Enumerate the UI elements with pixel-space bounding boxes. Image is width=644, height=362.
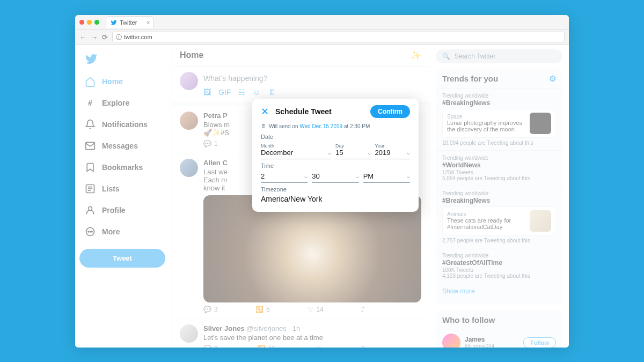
browser-window: Twitter × ← → ⟳ ⓘ twitter.com Home #Expl… (75, 15, 569, 348)
twitter-favicon-icon (111, 19, 117, 26)
tweet-text: Blows m (203, 121, 230, 129)
url-field[interactable]: ⓘ twitter.com (112, 32, 565, 42)
schedule-note: 🗓 Will send on Wed Dec 15 2019 at 2:30 P… (261, 123, 410, 129)
timezone-label: Timezone (261, 186, 410, 193)
confirm-button[interactable]: Confirm (370, 105, 410, 118)
date-section-label: Date (261, 134, 410, 140)
year-select[interactable]: Year2019⌵ (375, 142, 411, 159)
sidebar-item-messages[interactable]: Messages (79, 136, 167, 156)
window-controls (79, 20, 99, 25)
svg-point-8 (90, 231, 91, 232)
gif-icon[interactable]: GIF (218, 88, 231, 97)
trend-item[interactable]: Trending worldwide #BreakingNews Animals… (436, 186, 562, 248)
avatar[interactable] (180, 159, 198, 177)
reply-icon[interactable]: 💬 1 (203, 140, 218, 147)
sparkle-icon[interactable]: ✨ (411, 50, 421, 61)
maximize-window-icon[interactable] (94, 20, 99, 25)
sidebar-item-bookmarks[interactable]: Bookmarks (79, 158, 167, 177)
retweet-icon[interactable]: 🔁 15 (258, 345, 275, 348)
chevron-down-icon: ⌵ (407, 150, 410, 156)
like-icon[interactable]: ♡ (316, 345, 321, 348)
sidebar-item-profile[interactable]: Profile (79, 201, 167, 220)
bookmark-icon (85, 162, 96, 173)
follow-panel: Who to follow James@jimmyj024 Follow and… (436, 310, 562, 348)
poll-icon[interactable]: ☷ (238, 88, 245, 97)
follow-item[interactable]: James@jimmyj024 Follow (436, 329, 562, 348)
sidebar-label: Home (102, 77, 123, 86)
tweet-text: Let's save the planet one bee at a time (203, 334, 421, 342)
tweet-time: 1h (292, 324, 300, 333)
twitter-app: Home #Explore Notifications Messages Boo… (75, 45, 569, 348)
timezone-value: America/New York (261, 195, 410, 203)
more-icon (85, 226, 96, 237)
tweet-author: Allen C (203, 159, 228, 167)
reload-icon[interactable]: ⟳ (102, 33, 108, 41)
sidebar-label: More (102, 227, 120, 236)
right-column: 🔍 Search Twitter Trends for you⚙ Trendin… (429, 45, 569, 348)
sidebar-label: Messages (102, 142, 138, 150)
minute-select[interactable]: 30⌵ (312, 171, 358, 183)
like-icon[interactable]: ♡ 14 (308, 306, 323, 313)
compose-input[interactable]: What's happening? (203, 72, 421, 88)
avatar[interactable] (180, 112, 198, 130)
browser-tab[interactable]: Twitter × (106, 16, 153, 28)
tweet-author: Silver Jones (203, 324, 245, 333)
envelope-icon (85, 141, 96, 151)
sidebar-label: Explore (102, 99, 129, 107)
minimize-window-icon[interactable] (87, 20, 92, 25)
sidebar-label: Notifications (102, 120, 148, 129)
hour-select[interactable]: 2⌵ (261, 171, 308, 183)
avatar[interactable] (180, 324, 198, 343)
share-icon[interactable]: ⤴ (361, 345, 364, 348)
show-more-link[interactable]: Show more (436, 283, 562, 299)
gear-icon[interactable]: ⚙ (549, 74, 556, 84)
twitter-logo-icon[interactable] (85, 53, 162, 65)
day-select[interactable]: Day15⌵ (335, 142, 371, 159)
forward-icon[interactable]: → (91, 33, 98, 41)
search-icon: 🔍 (442, 53, 450, 60)
sidebar-label: Profile (102, 206, 126, 215)
svg-point-9 (92, 231, 93, 232)
trends-panel: Trends for you⚙ Trending worldwide #Brea… (436, 69, 562, 305)
trend-card[interactable]: AnimalsThese cats are ready for #Interna… (442, 206, 556, 235)
share-icon[interactable]: ⤴ (361, 306, 364, 313)
sidebar-item-explore[interactable]: #Explore (79, 93, 167, 113)
tweet-button[interactable]: Tweet (79, 249, 165, 268)
chevron-down-icon: ⌵ (368, 150, 371, 156)
trend-card-image (530, 113, 551, 134)
trend-card[interactable]: SpaceLunar photography improves the disc… (442, 109, 556, 138)
close-icon[interactable]: ✕ (261, 106, 269, 117)
reply-icon[interactable]: 💬 3 (203, 306, 218, 313)
trend-item[interactable]: Trending worldwide #BreakingNews SpaceLu… (436, 88, 562, 150)
schedule-tweet-modal: ✕ Schedule Tweet Confirm 🗓 Will send on … (252, 99, 419, 212)
sidebar-item-notifications[interactable]: Notifications (79, 115, 167, 134)
trend-item[interactable]: Trending worldwide #WorldNews 125K Tweet… (436, 150, 562, 186)
tweet[interactable]: Silver Jones @silverjones · 1h Let's sav… (172, 319, 429, 348)
svg-point-7 (88, 231, 89, 232)
reply-icon[interactable]: 💬 3 (203, 345, 218, 348)
browser-toolbar: ← → ⟳ ⓘ twitter.com (75, 30, 569, 45)
sidebar-label: Lists (102, 184, 120, 193)
sidebar: Home #Explore Notifications Messages Boo… (75, 45, 172, 348)
follow-button[interactable]: Follow (523, 337, 556, 348)
close-window-icon[interactable] (79, 20, 84, 25)
avatar[interactable] (180, 72, 198, 90)
search-input[interactable]: 🔍 Search Twitter (436, 49, 562, 63)
back-icon[interactable]: ← (79, 33, 86, 41)
calendar-icon: 🗓 (261, 123, 266, 129)
trend-item[interactable]: Trending worldwide #GreatestOfAllTime 10… (436, 248, 562, 283)
tab-close-icon[interactable]: × (147, 19, 150, 26)
image-icon[interactable]: 🖼 (203, 88, 211, 97)
schedule-icon[interactable]: 🗓 (268, 88, 276, 97)
sidebar-item-lists[interactable]: Lists (79, 179, 167, 198)
emoji-icon[interactable]: ☺ (253, 88, 260, 97)
bell-icon (85, 119, 96, 130)
retweet-icon[interactable]: 🔁 5 (255, 306, 270, 313)
sidebar-item-more[interactable]: More (79, 222, 167, 241)
chevron-down-icon: ⌵ (407, 173, 410, 179)
ampm-select[interactable]: PM⌵ (363, 171, 410, 183)
sidebar-item-home[interactable]: Home (79, 72, 167, 91)
month-select[interactable]: MonthDecember⌵ (261, 142, 331, 159)
hashtag-icon: # (85, 98, 96, 108)
feed-title: Home (180, 50, 203, 60)
